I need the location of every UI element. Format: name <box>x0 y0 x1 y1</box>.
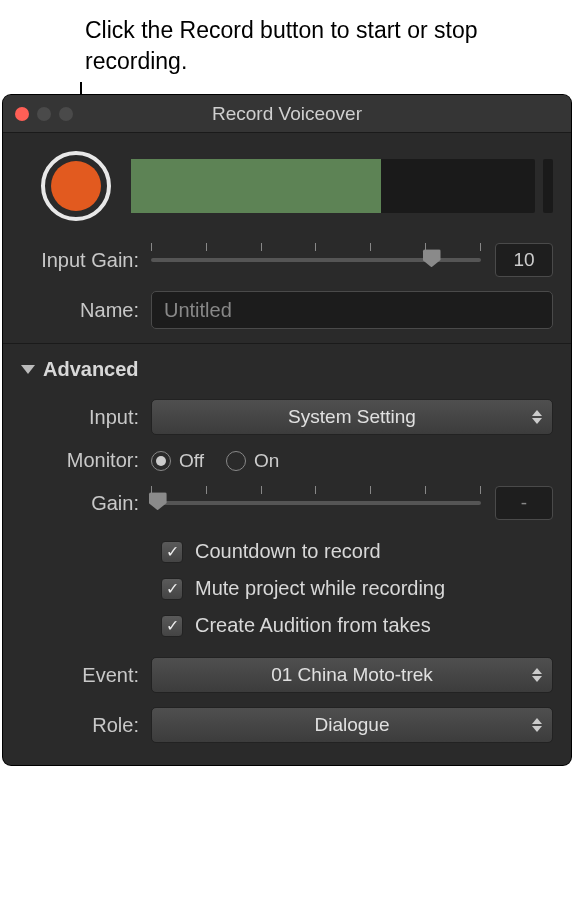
input-device-value: System Setting <box>288 406 416 428</box>
gain-value[interactable]: - <box>495 486 553 520</box>
monitor-on-radio[interactable]: On <box>226 450 279 472</box>
window-title: Record Voiceover <box>3 103 571 125</box>
create-audition-label: Create Audition from takes <box>195 614 431 637</box>
select-arrows-icon <box>532 668 542 682</box>
monitor-on-label: On <box>254 450 279 472</box>
slider-thumb[interactable] <box>149 492 167 510</box>
event-label: Event: <box>21 664 151 687</box>
input-device-select[interactable]: System Setting <box>151 399 553 435</box>
mute-project-checkbox[interactable]: ✓ Mute project while recording <box>161 577 553 600</box>
name-label: Name: <box>21 299 151 322</box>
monitor-off-label: Off <box>179 450 204 472</box>
window-controls <box>15 107 73 121</box>
checkbox-icon: ✓ <box>161 541 183 563</box>
zoom-window-button[interactable] <box>59 107 73 121</box>
name-input[interactable]: Untitled <box>151 291 553 329</box>
record-icon <box>51 161 101 211</box>
role-select[interactable]: Dialogue <box>151 707 553 743</box>
input-device-label: Input: <box>21 406 151 429</box>
monitor-label: Monitor: <box>21 449 151 472</box>
event-select[interactable]: 01 China Moto-trek <box>151 657 553 693</box>
close-window-button[interactable] <box>15 107 29 121</box>
gain-slider[interactable] <box>151 488 481 518</box>
select-arrows-icon <box>532 410 542 424</box>
titlebar: Record Voiceover <box>3 95 571 133</box>
countdown-checkbox[interactable]: ✓ Countdown to record <box>161 540 553 563</box>
checkbox-icon: ✓ <box>161 615 183 637</box>
input-gain-slider[interactable] <box>151 245 481 275</box>
role-value: Dialogue <box>315 714 390 736</box>
monitor-off-radio[interactable]: Off <box>151 450 204 472</box>
record-voiceover-window: Record Voiceover Input Gain: 10 <box>3 95 571 765</box>
create-audition-checkbox[interactable]: ✓ Create Audition from takes <box>161 614 553 637</box>
monitor-radio-group: Off On <box>151 450 279 472</box>
callout-text: Click the Record button to start or stop… <box>85 15 575 77</box>
role-label: Role: <box>21 714 151 737</box>
select-arrows-icon <box>532 718 542 732</box>
input-level-meter <box>131 159 553 213</box>
slider-thumb[interactable] <box>423 249 441 267</box>
minimize-window-button[interactable] <box>37 107 51 121</box>
radio-icon <box>151 451 171 471</box>
chevron-down-icon <box>21 365 35 374</box>
input-gain-value[interactable]: 10 <box>495 243 553 277</box>
gain-label: Gain: <box>21 492 151 515</box>
mute-project-label: Mute project while recording <box>195 577 445 600</box>
event-value: 01 China Moto-trek <box>271 664 433 686</box>
advanced-disclosure[interactable]: Advanced <box>21 358 553 381</box>
input-gain-label: Input Gain: <box>21 249 151 272</box>
meter-peak-indicator <box>543 159 553 213</box>
radio-icon <box>226 451 246 471</box>
meter-level-fill <box>131 159 381 213</box>
divider <box>3 343 571 344</box>
countdown-label: Countdown to record <box>195 540 381 563</box>
record-button[interactable] <box>41 151 111 221</box>
advanced-label: Advanced <box>43 358 139 381</box>
checkbox-icon: ✓ <box>161 578 183 600</box>
